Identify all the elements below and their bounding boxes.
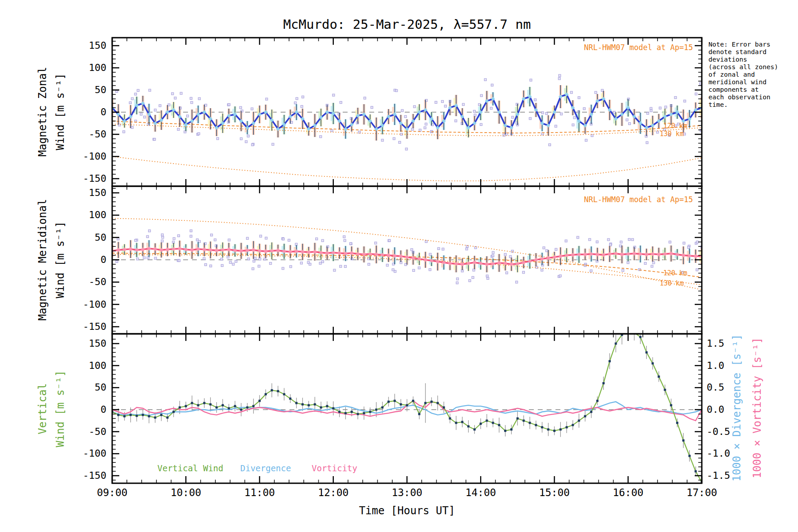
model-label-130km: 130 km	[660, 130, 684, 138]
y-axis-title-zonal-1: Magnetic Zonal	[36, 67, 49, 156]
right-tick-label: 0.5	[707, 382, 724, 393]
x-tick-label: 16:00	[613, 487, 643, 498]
model-label-130km: 130 km	[660, 279, 684, 287]
legend-vorticity: Vorticity	[312, 463, 357, 473]
note-line: (across all zones)	[708, 63, 778, 71]
model-annotation-meridional: NRL-HWM07 model at Ap=15	[507, 195, 693, 204]
y-tick-label: 50	[71, 232, 106, 243]
y-tick-label: 0	[71, 106, 106, 117]
y-axis-title-vertical-2: Wind [m s⁻¹]	[54, 370, 66, 447]
x-tick-label: 17:00	[686, 487, 717, 498]
x-tick-label: 15:00	[539, 487, 570, 498]
note-line: each observation	[708, 94, 771, 101]
model-label-120km: 120 km	[663, 122, 687, 130]
y-tick-label: -100	[71, 448, 106, 459]
y-axis-title-vertical-1: Vertical	[36, 383, 49, 434]
x-tick-label: 10:00	[171, 487, 201, 498]
y-tick-label: -100	[71, 299, 106, 310]
y-tick-label: -150	[71, 470, 106, 481]
right-tick-label: 1.5	[707, 338, 724, 349]
chart-svg	[0, 0, 798, 532]
note-line: meridional wind	[708, 78, 767, 86]
note-line: Note: Error bars	[708, 41, 771, 48]
y-tick-label: -50	[71, 129, 106, 140]
right-tick-label: -1.5	[707, 470, 730, 481]
x-tick-label: 13:00	[391, 487, 422, 498]
y-tick-label: 0	[71, 254, 106, 265]
y-tick-label: -50	[71, 276, 106, 287]
note-line: deviations	[708, 56, 747, 63]
y-tick-label: 150	[71, 40, 106, 51]
note-line: denote standard	[708, 48, 767, 56]
y-tick-label: 100	[71, 360, 106, 371]
x-tick-label: 12:00	[318, 487, 348, 498]
y-axis-title-zonal-2: Wind [m s⁻¹]	[54, 73, 66, 150]
legend-divergence: Divergence	[240, 463, 291, 473]
panel-0	[110, 74, 704, 181]
right-tick-label: -0.5	[707, 426, 730, 437]
right-tick-label: -1.0	[707, 448, 730, 459]
x-tick-label: 14:00	[466, 487, 496, 498]
note-line: time.	[708, 101, 728, 109]
y-axis-title-meridional-2: Wind [m s⁻¹]	[54, 221, 66, 298]
note-line: components at	[708, 86, 759, 94]
legend-vertical-wind: Vertical Wind	[157, 463, 223, 473]
y-tick-label: 150	[71, 338, 106, 349]
y-tick-label: 100	[71, 62, 106, 73]
note-line: of zonal and	[708, 71, 755, 78]
right-tick-label: 1.0	[707, 360, 724, 371]
y-tick-label: -50	[71, 426, 106, 437]
y-tick-label: 50	[71, 382, 106, 393]
y-tick-label: 50	[71, 84, 106, 95]
model-label-120km: 120 km	[663, 269, 687, 277]
x-tick-label: 09:00	[97, 487, 127, 498]
wind-figure: McMurdo: 25-Mar-2025, λ=557.7 nm Note: E…	[0, 0, 798, 532]
model-annotation-zonal: NRL-HWM07 model at Ap=15	[507, 43, 693, 52]
right-axis-title-vorticity: 1000 × Vorticity [s⁻¹]	[751, 337, 763, 478]
model-line	[112, 156, 702, 181]
y-axis-title-meridional-1: Magnetic Meridional	[36, 199, 49, 321]
y-tick-label: 0	[71, 404, 106, 415]
y-tick-label: 100	[71, 209, 106, 220]
x-axis-title: Time [Hours UT]	[359, 505, 455, 517]
y-tick-label: 150	[71, 187, 106, 198]
right-tick-label: 0.0	[707, 404, 724, 415]
y-tick-label: -150	[71, 173, 106, 184]
panel-1	[110, 218, 704, 289]
right-axis-title-divergence: 1000 × Divergence [s⁻¹]	[731, 334, 743, 481]
y-tick-label: -150	[71, 321, 106, 332]
y-tick-label: -100	[71, 151, 106, 162]
vertical-wind-markers	[111, 329, 703, 484]
x-tick-label: 11:00	[244, 487, 275, 498]
chart-title: McMurdo: 25-Mar-2025, λ=557.7 nm	[283, 17, 531, 32]
